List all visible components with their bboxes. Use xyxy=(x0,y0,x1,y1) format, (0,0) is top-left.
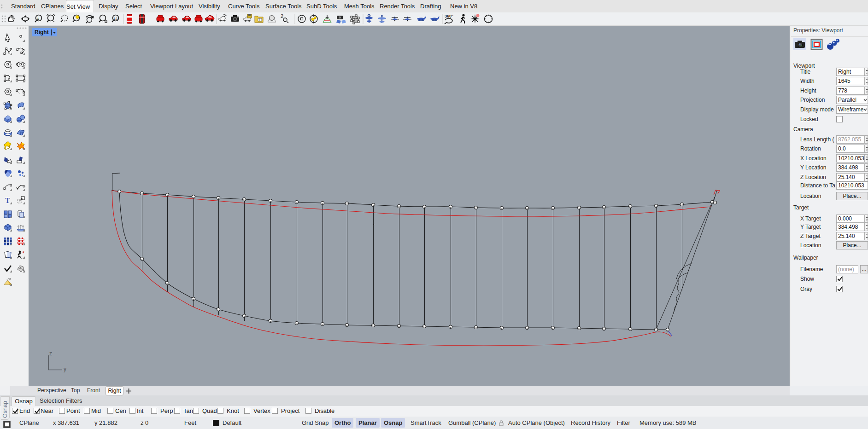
svg-text:360°: 360° xyxy=(445,14,453,18)
svg-text:2: 2 xyxy=(281,13,283,19)
svg-text:1:1: 1:1 xyxy=(113,17,118,20)
svg-text:T: T xyxy=(5,197,10,204)
svg-text:z: z xyxy=(49,350,52,357)
svg-text:±: ± xyxy=(37,16,39,21)
svg-text:y: y xyxy=(64,366,66,372)
